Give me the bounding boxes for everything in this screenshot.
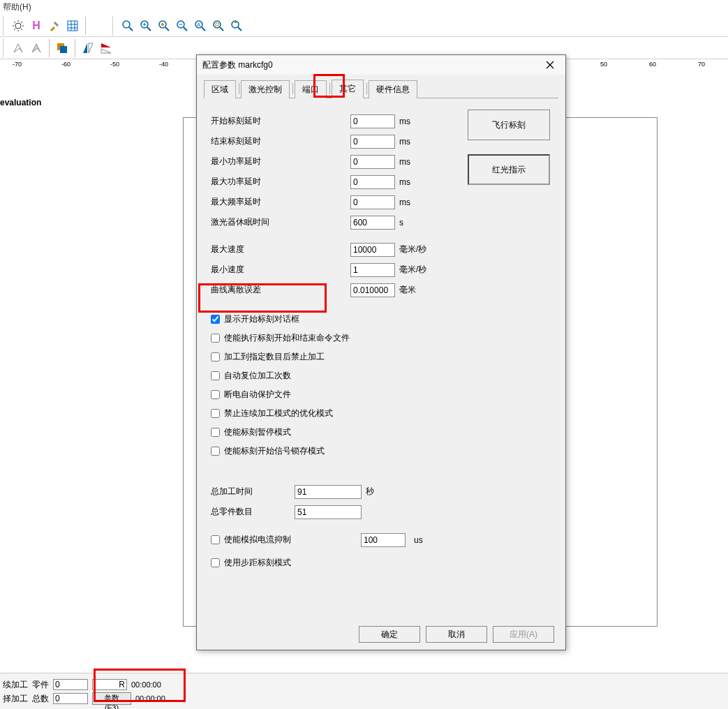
time1: 00:00:00 [131,680,161,689]
tab-port[interactable]: 端口 [295,80,327,98]
red-light-button[interactable]: 红光指示 [468,154,550,185]
svg-line-6 [21,29,22,30]
poly-icon[interactable] [10,40,27,57]
tab-hw[interactable]: 硬件信息 [369,80,417,98]
zoom-hand-icon[interactable] [156,17,172,34]
svg-point-0 [15,23,21,29]
zoom-3d-icon[interactable] [228,17,245,34]
param-button[interactable]: 参数(F3) [92,692,131,705]
select-label: 择加工 [3,693,28,705]
start-delay-label: 开始标刻延时 [211,115,350,127]
fly-mark-button[interactable]: 飞行标刻 [468,110,550,140]
cb-stop-count-label: 加工到指定数目后禁止加工 [224,351,325,363]
min-speed-unit: 毫米/秒 [399,264,426,276]
dialog-body: 飞行标刻 红光指示 开始标刻延时 ms 结束标刻延时 ms 最小功率延时 ms … [197,98,565,637]
poly-shade-icon[interactable] [28,40,45,57]
cb-power-protect-label: 断电自动保护文件 [224,389,291,401]
cb-show-start-dlg[interactable] [211,315,220,324]
svg-rect-9 [68,21,77,31]
svg-line-8 [14,29,15,30]
zoom-out-icon[interactable] [174,17,191,34]
table-icon[interactable] [64,17,81,34]
menu-help[interactable]: 帮助(H) [3,2,31,12]
part-input[interactable] [53,679,88,690]
svg-line-22 [165,27,169,31]
total-input[interactable] [53,693,88,704]
flip-v-icon[interactable] [98,40,114,57]
end-delay-label: 结束标刻延时 [211,135,350,147]
svg-line-31 [220,27,223,31]
cb-pause-label: 使能标刻暂停模式 [224,426,291,438]
toolbar-1: H A [0,15,728,37]
end-delay-unit: ms [399,137,410,147]
tab-area[interactable]: 区域 [204,80,236,98]
continue-label: 续加工 [3,679,28,691]
tab-laser[interactable]: 激光控制 [241,80,290,98]
cb-cmd-file[interactable] [211,334,220,343]
cb-disable-opt-label: 禁止连续加工模式的优化模式 [224,408,333,419]
cb-step-mode[interactable] [211,558,220,567]
max-freq-delay-unit: ms [399,197,410,207]
cb-show-start-dlg-label: 显示开始标刻对话框 [224,313,299,325]
max-speed-input[interactable] [350,243,395,257]
svg-line-33 [238,27,242,31]
max-freq-delay-input[interactable] [350,195,395,209]
cb-pause[interactable] [211,428,220,437]
cb-latch[interactable] [211,447,220,456]
part-label: 零件 [32,679,49,691]
svg-rect-30 [216,23,218,26]
time2: 00:00:00 [135,694,165,703]
max-power-delay-unit: ms [399,177,410,187]
min-speed-input[interactable] [350,263,395,277]
menu-bar: 帮助(H) [0,0,728,15]
zoom-in-icon[interactable] [138,17,154,34]
cb-latch-label: 使能标刻开始信号锁存模式 [224,445,325,457]
min-power-delay-unit: ms [399,157,410,167]
cb-disable-opt[interactable] [211,409,220,418]
min-power-delay-input[interactable] [350,155,395,169]
laser-sleep-input[interactable] [350,216,395,230]
max-power-delay-input[interactable] [350,175,395,189]
apply-button[interactable]: 应用(A) [493,626,554,643]
cb-stop-count[interactable] [211,352,220,361]
start-delay-input[interactable] [350,114,395,128]
cb-analog-suppress[interactable] [211,535,220,544]
close-icon[interactable] [540,58,560,72]
svg-line-5 [14,22,15,23]
zoom-fit-icon[interactable] [119,17,136,34]
dialog-titlebar: 配置参数 markcfg0 [197,55,565,75]
analog-suppress-input[interactable] [361,533,406,547]
laser-sleep-unit: s [399,218,403,227]
tab-other[interactable]: 其它 [332,80,364,98]
zoom-a-icon[interactable]: A [192,17,209,34]
max-speed-label: 最大速度 [211,244,350,255]
cb-power-protect[interactable] [211,390,220,399]
laser-sleep-label: 激光器休眠时间 [211,216,350,228]
total-time-input[interactable] [295,485,362,499]
cb-analog-suppress-label: 使能模拟电流抑制 [224,534,357,546]
total-time-label: 总加工时间 [211,486,295,498]
analog-suppress-unit: us [414,535,423,545]
cancel-button[interactable]: 取消 [426,626,487,643]
cb-cmd-file-label: 使能执行标刻开始和结束命令文件 [224,332,350,344]
layers-icon[interactable] [54,40,70,57]
cb-auto-reset[interactable] [211,371,220,380]
svg-line-25 [184,27,187,31]
end-delay-input[interactable] [350,135,395,149]
ok-button[interactable]: 确定 [359,626,420,643]
total-parts-input[interactable] [295,505,362,519]
max-freq-delay-label: 最大频率延时 [211,196,350,208]
dialog-title: 配置参数 markcfg0 [202,59,540,71]
dialog-buttons: 确定 取消 应用(A) [359,626,554,643]
max-power-delay-label: 最大功率延时 [211,176,350,188]
min-power-delay-label: 最小功率延时 [211,156,350,167]
flip-h-icon[interactable] [80,40,96,57]
tools-icon[interactable] [46,17,63,34]
zoom-q-icon[interactable] [210,17,227,34]
svg-rect-35 [60,46,67,53]
curve-err-input[interactable] [350,283,395,297]
r-input[interactable] [92,679,127,690]
h-icon[interactable]: H [28,17,45,34]
sun-icon[interactable] [10,17,27,34]
max-speed-unit: 毫米/秒 [399,244,426,255]
